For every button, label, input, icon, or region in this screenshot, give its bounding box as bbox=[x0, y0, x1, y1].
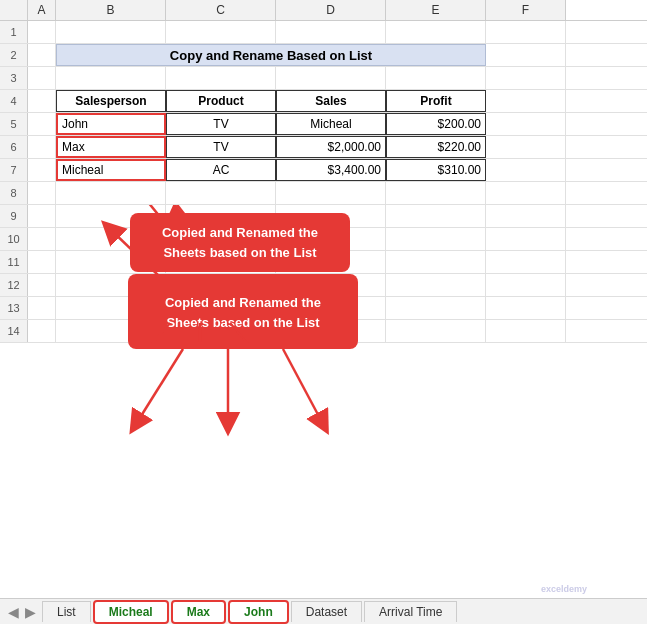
cell-profit-2[interactable]: $220.00 bbox=[386, 136, 486, 158]
cell-b14[interactable] bbox=[56, 320, 166, 342]
tab-arrival-time[interactable]: Arrival Time bbox=[364, 601, 457, 622]
cell-f10[interactable] bbox=[486, 228, 566, 250]
cell-c8[interactable] bbox=[166, 182, 276, 204]
cell-product-2[interactable]: TV bbox=[166, 136, 276, 158]
tab-nav-left[interactable]: ◀ bbox=[8, 604, 19, 620]
cell-c1[interactable] bbox=[166, 21, 276, 43]
cell-e1[interactable] bbox=[386, 21, 486, 43]
cell-d14[interactable] bbox=[276, 320, 386, 342]
cell-product-3[interactable]: AC bbox=[166, 159, 276, 181]
cell-f13[interactable] bbox=[486, 297, 566, 319]
cell-d3[interactable] bbox=[276, 67, 386, 89]
cell-c3[interactable] bbox=[166, 67, 276, 89]
tab-list[interactable]: List bbox=[42, 601, 91, 622]
cell-f2[interactable] bbox=[486, 44, 566, 66]
cell-product-1[interactable]: TV bbox=[166, 113, 276, 135]
cell-a12[interactable] bbox=[28, 274, 56, 296]
cell-a14[interactable] bbox=[28, 320, 56, 342]
cell-b12[interactable] bbox=[56, 274, 166, 296]
cell-a10[interactable] bbox=[28, 228, 56, 250]
cell-f7[interactable] bbox=[486, 159, 566, 181]
cell-f12[interactable] bbox=[486, 274, 566, 296]
row-num-11: 11 bbox=[0, 251, 28, 273]
cell-a6[interactable] bbox=[28, 136, 56, 158]
cell-e11[interactable] bbox=[386, 251, 486, 273]
cell-c11[interactable] bbox=[166, 251, 276, 273]
row-5: 5 John TV Micheal $200.00 bbox=[0, 113, 647, 136]
cell-d10[interactable] bbox=[276, 228, 386, 250]
tab-max[interactable]: Max bbox=[171, 600, 226, 624]
cell-a7[interactable] bbox=[28, 159, 56, 181]
tab-dataset[interactable]: Dataset bbox=[291, 601, 362, 622]
row-num-9: 9 bbox=[0, 205, 28, 227]
cell-e10[interactable] bbox=[386, 228, 486, 250]
row-4: 4 Salesperson Product Sales Profit bbox=[0, 90, 647, 113]
cell-salesperson-1[interactable]: John bbox=[56, 113, 166, 135]
cell-d9[interactable] bbox=[276, 205, 386, 227]
cell-f8[interactable] bbox=[486, 182, 566, 204]
cell-f1[interactable] bbox=[486, 21, 566, 43]
cell-e14[interactable] bbox=[386, 320, 486, 342]
cell-d12[interactable] bbox=[276, 274, 386, 296]
cell-b3[interactable] bbox=[56, 67, 166, 89]
cell-c9[interactable] bbox=[166, 205, 276, 227]
cell-b9[interactable] bbox=[56, 205, 166, 227]
cell-e13[interactable] bbox=[386, 297, 486, 319]
row-9: 9 bbox=[0, 205, 647, 228]
cell-b13[interactable] bbox=[56, 297, 166, 319]
header-sales: Sales bbox=[276, 90, 386, 112]
cell-a9[interactable] bbox=[28, 205, 56, 227]
cell-c10[interactable] bbox=[166, 228, 276, 250]
spreadsheet: A B C D E F 1 2 Copy and Rename Based on bbox=[0, 0, 647, 624]
col-header-d: D bbox=[276, 0, 386, 20]
cell-salesperson-3[interactable]: Micheal bbox=[56, 159, 166, 181]
row-13: 13 bbox=[0, 297, 647, 320]
cell-b1[interactable] bbox=[56, 21, 166, 43]
cell-sales-1[interactable]: Micheal bbox=[276, 113, 386, 135]
cell-profit-3[interactable]: $310.00 bbox=[386, 159, 486, 181]
cell-a13[interactable] bbox=[28, 297, 56, 319]
cell-f5[interactable] bbox=[486, 113, 566, 135]
tab-nav-right[interactable]: ▶ bbox=[25, 604, 36, 620]
cell-f11[interactable] bbox=[486, 251, 566, 273]
cell-sales-3[interactable]: $3,400.00 bbox=[276, 159, 386, 181]
cell-profit-1[interactable]: $200.00 bbox=[386, 113, 486, 135]
row-num-2: 2 bbox=[0, 44, 28, 66]
tab-micheal[interactable]: Micheal bbox=[93, 600, 169, 624]
cell-e9[interactable] bbox=[386, 205, 486, 227]
cell-a11[interactable] bbox=[28, 251, 56, 273]
cell-b11[interactable] bbox=[56, 251, 166, 273]
cell-f4[interactable] bbox=[486, 90, 566, 112]
row-num-3: 3 bbox=[0, 67, 28, 89]
cell-a1[interactable] bbox=[28, 21, 56, 43]
cell-a8[interactable] bbox=[28, 182, 56, 204]
cell-a2[interactable] bbox=[28, 44, 56, 66]
cell-salesperson-2[interactable]: Max bbox=[56, 136, 166, 158]
cell-c14[interactable] bbox=[166, 320, 276, 342]
cell-e8[interactable] bbox=[386, 182, 486, 204]
cell-a4[interactable] bbox=[28, 90, 56, 112]
cell-d1[interactable] bbox=[276, 21, 386, 43]
cell-sales-2[interactable]: $2,000.00 bbox=[276, 136, 386, 158]
cell-c12[interactable] bbox=[166, 274, 276, 296]
cell-d13[interactable] bbox=[276, 297, 386, 319]
cell-b10[interactable] bbox=[56, 228, 166, 250]
tab-john[interactable]: John bbox=[228, 600, 289, 624]
cell-f9[interactable] bbox=[486, 205, 566, 227]
cell-e3[interactable] bbox=[386, 67, 486, 89]
cell-d8[interactable] bbox=[276, 182, 386, 204]
cell-d11[interactable] bbox=[276, 251, 386, 273]
row-num-7: 7 bbox=[0, 159, 28, 181]
cell-c13[interactable] bbox=[166, 297, 276, 319]
cell-f6[interactable] bbox=[486, 136, 566, 158]
row-num-10: 10 bbox=[0, 228, 28, 250]
cell-a5[interactable] bbox=[28, 113, 56, 135]
cell-f3[interactable] bbox=[486, 67, 566, 89]
row-num-1: 1 bbox=[0, 21, 28, 43]
cell-e12[interactable] bbox=[386, 274, 486, 296]
header-product: Product bbox=[166, 90, 276, 112]
cell-b8[interactable] bbox=[56, 182, 166, 204]
row-10: 10 bbox=[0, 228, 647, 251]
cell-f14[interactable] bbox=[486, 320, 566, 342]
cell-a3[interactable] bbox=[28, 67, 56, 89]
